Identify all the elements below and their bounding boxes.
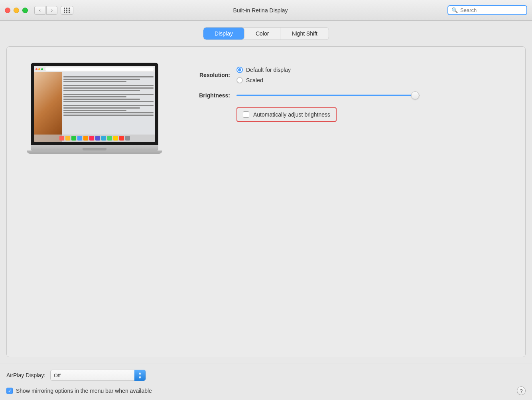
auto-brightness-row: Automatically adjust brightness — [236, 107, 517, 122]
search-input[interactable] — [460, 7, 527, 13]
airplay-select[interactable]: Off ▲▼ — [50, 370, 146, 381]
dock-icon — [77, 136, 82, 141]
display-panel: Resolution: Default for display Scaled — [6, 46, 526, 357]
dock-icon — [113, 136, 118, 141]
auto-brightness-checkbox[interactable] — [243, 111, 249, 118]
tab-color[interactable]: Color — [244, 28, 280, 40]
fullscreen-button[interactable] — [22, 8, 28, 13]
screen-dot-red — [35, 68, 37, 70]
dock-icon — [107, 136, 112, 141]
airplay-chevron-icon: ▲▼ — [134, 370, 146, 381]
screen-text-line — [63, 79, 140, 80]
laptop-screen — [34, 66, 155, 142]
screen-text-line — [63, 85, 154, 86]
screen-dock — [34, 135, 155, 142]
screen-sidebar — [34, 72, 62, 142]
back-icon: ‹ — [39, 8, 41, 13]
screen-text-line — [63, 105, 154, 106]
content-area: Display Color Night Shift — [0, 21, 532, 364]
screen-text-line — [63, 110, 126, 111]
help-button[interactable]: ? — [517, 386, 526, 395]
brightness-slider-track — [236, 95, 420, 96]
resolution-row: Resolution: Default for display Scaled — [182, 67, 517, 83]
laptop-notch — [83, 148, 106, 150]
resolution-radio-group: Default for display Scaled — [236, 67, 291, 83]
screen-url-bar — [45, 67, 154, 71]
screen-text-line — [63, 90, 140, 91]
laptop-base — [31, 145, 158, 150]
tab-night-shift[interactable]: Night Shift — [280, 28, 329, 40]
back-button[interactable]: ‹ — [34, 6, 45, 15]
dock-icon — [59, 136, 64, 141]
screen-main — [62, 72, 155, 142]
resolution-default-label: Default for display — [246, 67, 291, 73]
brightness-slider-thumb[interactable] — [411, 91, 419, 99]
screen-text-line — [63, 112, 154, 113]
mirror-label: Show mirroring options in the menu bar w… — [16, 388, 152, 394]
resolution-default-radio[interactable] — [236, 67, 243, 73]
minimize-button[interactable] — [14, 8, 19, 13]
dock-icon — [89, 136, 94, 141]
forward-button[interactable]: › — [46, 6, 57, 15]
auto-brightness-label: Automatically adjust brightness — [253, 111, 330, 118]
screen-browser-bar — [34, 66, 155, 72]
screen-text-line — [63, 96, 126, 97]
dock-icon — [119, 136, 124, 141]
resolution-scaled-label: Scaled — [246, 77, 263, 83]
screen-text-line — [63, 87, 154, 89]
resolution-scaled-radio[interactable] — [236, 77, 243, 83]
dock-icon — [71, 136, 76, 141]
grid-button[interactable] — [61, 6, 73, 15]
laptop — [31, 63, 158, 154]
mirror-checkbox[interactable]: ✓ — [6, 388, 13, 394]
laptop-screen-outer — [31, 63, 158, 145]
screen-text-line — [63, 94, 154, 95]
nav-buttons: ‹ › — [34, 6, 57, 15]
dock-icon — [125, 136, 130, 141]
grid-icon — [64, 8, 70, 13]
window-title: Built-in Retina Display — [73, 7, 447, 14]
screen-dot-green — [41, 68, 43, 70]
titlebar: ‹ › Built-in Retina Display 🔍 — [0, 0, 532, 21]
dock-icon — [83, 136, 88, 141]
brightness-slider-container[interactable] — [236, 91, 420, 99]
laptop-foot — [27, 150, 162, 154]
screen-text-line — [63, 107, 140, 109]
radio-inner — [238, 68, 241, 71]
display-content: Resolution: Default for display Scaled — [15, 63, 517, 154]
dock-icon — [95, 136, 100, 141]
close-button[interactable] — [5, 8, 10, 13]
brightness-row: Brightness: — [182, 91, 517, 99]
forward-icon: › — [51, 8, 53, 13]
screen-text-line — [63, 76, 154, 77]
resolution-label: Resolution: — [182, 72, 230, 78]
resolution-scaled-option[interactable]: Scaled — [236, 77, 291, 83]
bottom-section: AirPlay Display: Off ▲▼ — [0, 364, 532, 386]
screen-text-line — [63, 99, 140, 100]
tab-bar: Display Color Night Shift — [6, 27, 526, 40]
settings-area: Resolution: Default for display Scaled — [182, 63, 517, 122]
screen-text-line — [63, 115, 154, 116]
brightness-label: Brightness: — [182, 92, 230, 99]
auto-brightness-option[interactable]: Automatically adjust brightness — [236, 107, 337, 122]
dock-icon — [65, 136, 70, 141]
airplay-select-value: Off — [54, 372, 142, 378]
search-box[interactable]: 🔍 — [447, 5, 527, 15]
bottom-bar: ✓ Show mirroring options in the menu bar… — [0, 386, 532, 400]
tab-container: Display Color Night Shift — [203, 27, 329, 40]
tab-display[interactable]: Display — [203, 28, 244, 40]
resolution-default-option[interactable]: Default for display — [236, 67, 291, 73]
traffic-lights — [5, 8, 28, 13]
screen-body — [34, 72, 155, 142]
dock-icon — [101, 136, 106, 141]
laptop-illustration — [31, 63, 158, 154]
screen-text-line — [63, 81, 126, 82]
checkmark-icon: ✓ — [8, 388, 12, 394]
screen-text-line — [63, 101, 154, 102]
search-icon: 🔍 — [451, 7, 458, 13]
screen-dot-yellow — [38, 68, 40, 70]
airplay-label: AirPlay Display: — [6, 372, 45, 378]
